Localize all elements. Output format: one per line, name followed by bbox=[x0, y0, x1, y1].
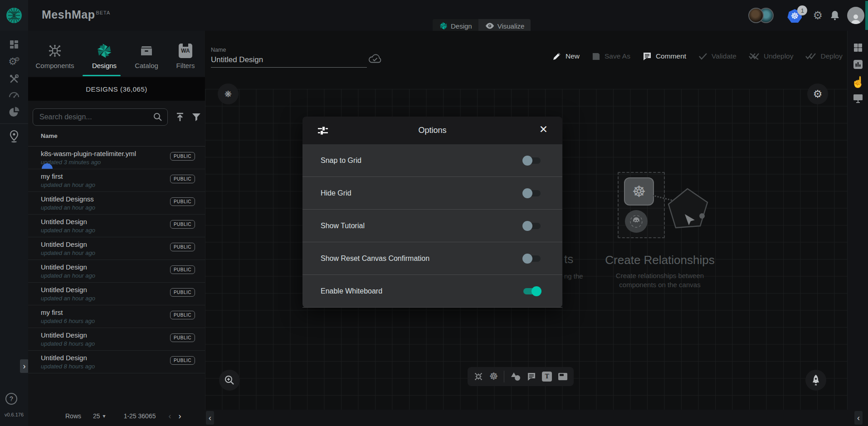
option-toggle[interactable] bbox=[522, 188, 541, 199]
undeploy-button[interactable]: Undeploy bbox=[749, 52, 794, 60]
kubernetes-wheel-icon: ❋ bbox=[224, 90, 232, 98]
deploy-rocket-button[interactable] bbox=[805, 370, 826, 391]
option-toggle[interactable] bbox=[522, 220, 541, 231]
rail-mesh-pie-icon[interactable] bbox=[0, 106, 28, 118]
column-header-name: Name bbox=[41, 132, 58, 139]
right-touch-interaction-icon[interactable]: ☝ bbox=[848, 76, 868, 88]
dock-comment-icon[interactable] bbox=[527, 372, 536, 381]
right-grid-view-icon[interactable] bbox=[848, 42, 868, 53]
designs-count-header: DESIGNS (36,065) bbox=[28, 77, 205, 101]
tab-catalog[interactable]: Catalog bbox=[127, 31, 166, 76]
dock-kubernetes-icon[interactable]: ☸ bbox=[489, 371, 498, 382]
dock-media-icon[interactable] bbox=[558, 372, 568, 381]
design-list-item[interactable]: Untitled Design updated 8 hours ago PUBL… bbox=[28, 328, 205, 351]
design-search-input[interactable] bbox=[39, 113, 153, 122]
design-updated: updated an hour ago bbox=[41, 272, 95, 279]
canvas-settings-button[interactable]: ⚙ bbox=[807, 83, 828, 104]
design-list-item[interactable]: my first updated an hour ago PUBLIC bbox=[28, 169, 205, 192]
visibility-badge[interactable]: PUBLIC bbox=[170, 152, 195, 161]
bell-icon bbox=[830, 10, 840, 21]
collapse-right-panel-chevron[interactable]: ‹ bbox=[854, 411, 863, 425]
design-search-box[interactable] bbox=[33, 108, 168, 126]
right-display-icon[interactable] bbox=[848, 93, 868, 103]
layer5-logo[interactable] bbox=[0, 0, 28, 31]
deploy-button[interactable]: Deploy bbox=[805, 52, 842, 60]
option-toggle[interactable] bbox=[522, 253, 541, 264]
next-page-button[interactable]: › bbox=[178, 411, 181, 421]
tab-filters[interactable]: WA Filters bbox=[166, 31, 205, 76]
design-name: Untitled Design bbox=[41, 240, 87, 248]
zoom-in-button[interactable] bbox=[219, 370, 240, 391]
design-name: Untitled Design bbox=[41, 354, 87, 362]
rail-toolkit-icon[interactable] bbox=[0, 73, 28, 84]
tab-designs-label: Designs bbox=[92, 62, 117, 69]
kubernetes-context[interactable]: ☸ 1 bbox=[787, 6, 805, 24]
dock-shapes-icon[interactable] bbox=[510, 372, 521, 381]
tab-components[interactable]: Components bbox=[28, 31, 82, 76]
save-as-button[interactable]: Save As bbox=[592, 52, 630, 61]
rail-lifecycle-gears-icon[interactable]: ⚙⚙ bbox=[0, 56, 28, 67]
rail-dashboard-icon[interactable] bbox=[0, 39, 28, 50]
visibility-badge[interactable]: PUBLIC bbox=[170, 333, 195, 342]
canvas-k8s-quick-button[interactable]: ❋ bbox=[218, 83, 239, 104]
option-label: Snap to Grid bbox=[321, 157, 361, 165]
nav-rail: ⚙⚙ bbox=[0, 31, 28, 426]
design-list-item[interactable]: Untitled Design updated 8 hours ago PUBL… bbox=[28, 351, 205, 373]
dock-text-icon[interactable]: T bbox=[542, 372, 552, 382]
user-profile-avatar[interactable] bbox=[847, 7, 864, 24]
rail-performance-gauge-icon[interactable] bbox=[0, 90, 28, 98]
visibility-badge[interactable]: PUBLIC bbox=[170, 175, 195, 183]
dock-component-icon[interactable] bbox=[473, 372, 483, 382]
tune-sliders-icon bbox=[317, 125, 329, 137]
option-toggle[interactable] bbox=[522, 286, 541, 297]
close-icon[interactable]: ✕ bbox=[539, 124, 548, 135]
page-size-select[interactable]: 25 ▾ bbox=[93, 412, 106, 420]
design-updated: updated an hour ago bbox=[41, 204, 95, 211]
design-updated: updated an hour ago bbox=[41, 295, 95, 302]
design-list-item[interactable]: k8s-wasm-plugin-ratelimiter.yml updated … bbox=[28, 147, 205, 169]
design-list-item[interactable]: my first updated 6 hours ago PUBLIC bbox=[28, 305, 205, 328]
design-list-item[interactable]: Untitled Design updated an hour ago PUBL… bbox=[28, 237, 205, 260]
option-label: Enable Whiteboard bbox=[321, 287, 382, 295]
search-row bbox=[33, 108, 201, 126]
visibility-badge[interactable]: PUBLIC bbox=[170, 288, 195, 297]
visibility-badge[interactable]: PUBLIC bbox=[170, 311, 195, 319]
design-name: Untitled Designss bbox=[41, 195, 94, 203]
notifications-bell-icon[interactable] bbox=[830, 10, 840, 21]
filter-funnel-icon[interactable] bbox=[191, 112, 201, 122]
visibility-badge[interactable]: PUBLIC bbox=[170, 220, 195, 229]
visibility-badge[interactable]: PUBLIC bbox=[170, 356, 195, 365]
visibility-badge[interactable]: PUBLIC bbox=[170, 243, 195, 251]
tab-designs[interactable]: Designs bbox=[82, 31, 127, 76]
designs-pinwheel-icon bbox=[96, 42, 113, 60]
design-name: Untitled Design bbox=[41, 286, 87, 294]
help-button[interactable]: ? bbox=[5, 393, 17, 405]
settings-gear-icon[interactable]: ⚙ bbox=[813, 10, 823, 21]
toggle-knob bbox=[522, 156, 532, 166]
comment-button[interactable]: Comment bbox=[643, 52, 686, 61]
new-button[interactable]: New bbox=[552, 52, 580, 61]
design-list-item[interactable]: Untitled Design updated an hour ago PUBL… bbox=[28, 260, 205, 283]
app-title: MeshMapBETA bbox=[42, 8, 110, 21]
right-chart-panel-icon[interactable] bbox=[848, 59, 868, 70]
rail-expand-handle[interactable]: › bbox=[20, 359, 29, 373]
prev-page-button[interactable]: ‹ bbox=[168, 411, 171, 421]
collaborator-avatars[interactable] bbox=[748, 8, 774, 23]
design-name: Untitled Design bbox=[41, 331, 87, 339]
import-design-icon[interactable] bbox=[175, 112, 185, 122]
design-list-item[interactable]: Untitled Design updated an hour ago PUBL… bbox=[28, 215, 205, 237]
comment-bubble-icon bbox=[643, 52, 652, 61]
validate-button[interactable]: Validate bbox=[698, 52, 736, 60]
relationship-demo-box: ☸ bbox=[618, 172, 665, 238]
rail-meshmap-pin-icon[interactable] bbox=[0, 130, 28, 143]
option-toggle[interactable] bbox=[522, 155, 541, 166]
name-field-value[interactable]: Untitled Design bbox=[211, 55, 367, 64]
design-list: k8s-wasm-plugin-ratelimiter.yml updated … bbox=[28, 147, 205, 373]
tab-design-label: Design bbox=[451, 22, 472, 30]
visibility-badge[interactable]: PUBLIC bbox=[170, 197, 195, 206]
beta-tag: BETA bbox=[96, 10, 110, 15]
design-list-item[interactable]: Untitled Design updated an hour ago PUBL… bbox=[28, 283, 205, 305]
design-list-item[interactable]: Untitled Designss updated an hour ago PU… bbox=[28, 192, 205, 215]
collapse-left-panel-chevron[interactable]: ‹ bbox=[206, 411, 214, 425]
visibility-badge[interactable]: PUBLIC bbox=[170, 265, 195, 274]
